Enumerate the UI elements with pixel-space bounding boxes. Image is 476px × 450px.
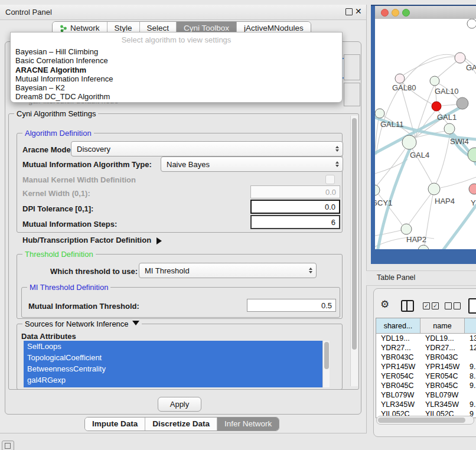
algorithm-option[interactable]: Mutual Information Inference	[11, 74, 342, 83]
sources-title[interactable]: Sources for Network Inference	[22, 319, 142, 329]
node-gal1-red[interactable]	[432, 102, 441, 111]
network-graph	[375, 19, 476, 249]
node-table: shared... name YDL19...YDL19...13 YDR27.…	[376, 318, 476, 418]
stepper-arrows-icon	[309, 266, 312, 275]
table-horizontal-scrollbar-thumb[interactable]	[378, 418, 465, 423]
node-pink-top[interactable]	[455, 53, 465, 63]
float-window-icon[interactable]	[345, 8, 353, 15]
kernel-width-field[interactable]: 0.0	[250, 185, 340, 198]
manual-kernel-checkbox[interactable]	[325, 175, 335, 184]
nodes	[375, 19, 476, 249]
expander-arrow-icon	[157, 237, 165, 244]
algorithm-option[interactable]: Dream8 DC_TDC Algorithm	[11, 92, 342, 101]
node-label: GAL	[466, 63, 476, 72]
select-all-columns-icon[interactable]: ✓ ✓	[423, 302, 439, 309]
node-hap2[interactable]	[401, 224, 412, 234]
threshold-definition-title: Threshold Definition	[22, 250, 96, 259]
node-gal11[interactable]	[375, 109, 384, 118]
node-label: HAP4	[435, 197, 455, 206]
table-row[interactable]: YLR345WYLR345W9.	[376, 400, 476, 409]
which-threshold-label: Which threshold to use:	[50, 267, 138, 276]
attribute-item[interactable]: gal4RGexp	[24, 374, 322, 386]
table-row[interactable]: YBR043CYBR043C	[376, 353, 476, 362]
dpi-tolerance-label: DPI Tolerance [0,1]:	[22, 204, 93, 213]
node-hap4[interactable]	[428, 183, 440, 195]
attributes-scrollbar-thumb[interactable]	[324, 342, 329, 369]
minimize-traffic-light[interactable]	[392, 9, 399, 17]
network-window-titlebar[interactable]	[375, 6, 476, 19]
mi-type-select[interactable]: Naive Bayes	[161, 156, 343, 172]
node-salmon[interactable]	[469, 184, 476, 194]
zoom-traffic-light[interactable]	[402, 9, 410, 17]
network-icon	[60, 25, 67, 32]
data-attributes-list: SelfLoops TopologicalCoefficient Between…	[24, 341, 322, 387]
attributes-scrollbar[interactable]	[322, 341, 330, 387]
node-gal10[interactable]	[430, 76, 439, 86]
mi-steps-field[interactable]: 6	[250, 215, 340, 229]
close-icon[interactable]: ✕	[355, 6, 362, 16]
node-label: GAL80	[392, 83, 416, 92]
node-partial-top[interactable]	[467, 19, 476, 28]
apply-button[interactable]: Apply	[158, 397, 201, 412]
table-row[interactable]: YDL19...YDL19...13	[376, 334, 476, 343]
sources-title-text: Sources for Network Inference	[25, 319, 129, 328]
network-canvas[interactable]: GAL GAL80 GAL10 GAL1 GAL11 SWI4 GAL4 GCY…	[375, 19, 476, 249]
node-gcy1[interactable]	[375, 185, 380, 195]
attribute-item[interactable]: BetweennessCentrality	[24, 363, 322, 374]
column-header-partial[interactable]	[465, 318, 476, 333]
attribute-item[interactable]: SelfLoops	[24, 341, 322, 352]
hub-factor-expander[interactable]: Hub/Transcription Factor Definition	[22, 236, 165, 244]
algorithm-option-selected[interactable]: ARACNE Algorithm	[11, 66, 342, 74]
control-panel-titlebar	[0, 5, 366, 20]
tab-discretize-data[interactable]: Discretize Data	[145, 418, 217, 431]
table-row[interactable]: YER054CYER054C8.	[376, 371, 476, 381]
table-horizontal-scrollbar[interactable]	[376, 416, 474, 425]
column-header-name[interactable]: name	[420, 318, 465, 333]
tab-infer-network[interactable]: Infer Network	[217, 418, 279, 431]
table-panel-title: Table Panel	[377, 273, 415, 282]
dpi-tolerance-field[interactable]: 0.0	[250, 200, 340, 214]
table-row[interactable]: YDR27...YDR27...12	[376, 343, 476, 353]
split-columns-icon[interactable]	[401, 300, 414, 312]
algorithm-option[interactable]: Bayesian – K2	[11, 83, 342, 92]
node-label: GAL4	[410, 151, 429, 159]
new-table-icon[interactable]	[468, 298, 476, 314]
tab-impute-data-label: Impute Data	[92, 418, 138, 431]
close-traffic-light[interactable]	[381, 9, 389, 17]
attribute-item[interactable]: TopologicalCoefficient	[24, 352, 322, 363]
node-swi4[interactable]	[444, 123, 455, 134]
stepper-arrows-icon	[335, 159, 339, 169]
node-label: HAP2	[406, 235, 426, 244]
manual-kernel-label: Manual Kernel Width Definition	[22, 175, 136, 184]
node-gray[interactable]	[457, 97, 468, 109]
settings-scrollbar[interactable]	[350, 116, 358, 386]
tab-discretize-data-label: Discretize Data	[152, 418, 210, 431]
unchecked-box-icon	[454, 302, 461, 309]
tab-impute-data[interactable]: Impute Data	[85, 418, 145, 431]
deselect-all-columns-icon[interactable]	[445, 302, 461, 309]
settings-scrollbar-thumb[interactable]	[352, 118, 357, 350]
collapse-arrow-icon	[132, 321, 139, 329]
mi-threshold-group-title: MI Threshold Definition	[27, 283, 110, 292]
aracne-mode-label: Aracne Mode:	[22, 145, 73, 154]
algorithm-option[interactable]: Bayesian – Hill Climbing	[11, 47, 342, 56]
aracne-mode-select[interactable]: Discovery	[71, 141, 343, 156]
node-label: GAL1	[437, 113, 457, 122]
node-gal80[interactable]	[395, 74, 405, 83]
which-threshold-select[interactable]: MI Threshold	[139, 263, 317, 278]
node-partial-bottom[interactable]	[418, 245, 429, 249]
control-panel-title: Control Panel	[5, 8, 52, 17]
algorithm-definition-title: Algorithm Definition	[22, 129, 94, 138]
kernel-width-label: Kernel Width (0,1):	[22, 189, 90, 198]
table-row[interactable]: YBR045CYBR045C9.	[376, 381, 476, 390]
mi-threshold-field[interactable]: 0.5	[247, 299, 336, 312]
panel-dock-button[interactable]	[2, 441, 14, 450]
algorithm-option[interactable]: Basic Correlation Inference	[11, 56, 342, 65]
node-gal4[interactable]	[402, 135, 416, 149]
mi-type-value: Naive Bayes	[167, 160, 210, 169]
bottom-tabs: Impute Data Discretize Data Infer Networ…	[84, 417, 279, 431]
column-header-shared[interactable]: shared...	[376, 318, 420, 333]
gear-icon[interactable]: ⚙	[380, 298, 389, 311]
table-row[interactable]: YPR145WYPR145W9.	[376, 362, 476, 371]
table-row[interactable]: YBL079WYBL079W	[376, 390, 476, 400]
